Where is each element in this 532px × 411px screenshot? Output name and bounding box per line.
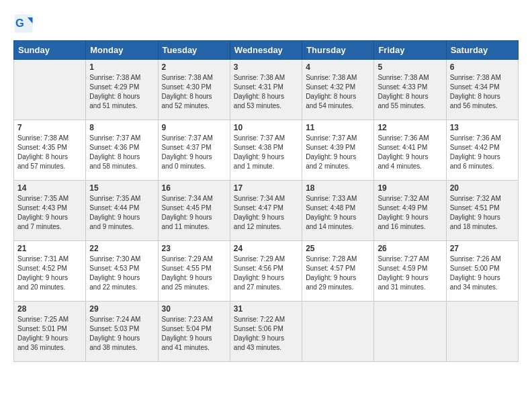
day-info: Sunrise: 7:38 AM Sunset: 4:31 PM Dayligh… [234, 73, 298, 111]
day-number: 21 [17, 244, 82, 253]
day-info: Sunrise: 7:37 AM Sunset: 4:37 PM Dayligh… [162, 134, 226, 171]
calendar-cell: 30Sunrise: 7:23 AM Sunset: 5:04 PM Dayli… [158, 302, 230, 362]
day-number: 5 [378, 62, 442, 72]
day-number: 25 [306, 244, 370, 253]
day-number: 8 [89, 123, 154, 132]
weekday-header-row: SundayMondayTuesdayWednesdayThursdayFrid… [14, 41, 519, 60]
day-info: Sunrise: 7:32 AM Sunset: 4:51 PM Dayligh… [450, 194, 515, 232]
day-number: 28 [17, 304, 82, 314]
calendar-cell: 9Sunrise: 7:37 AM Sunset: 4:37 PM Daylig… [158, 120, 230, 181]
day-number: 30 [162, 304, 226, 314]
day-info: Sunrise: 7:37 AM Sunset: 4:36 PM Dayligh… [89, 134, 154, 171]
day-info: Sunrise: 7:25 AM Sunset: 5:01 PM Dayligh… [17, 315, 82, 353]
day-number: 31 [234, 304, 298, 314]
calendar-cell: 6Sunrise: 7:38 AM Sunset: 4:34 PM Daylig… [446, 60, 518, 120]
weekday-header-friday: Friday [374, 41, 446, 60]
day-number: 12 [378, 123, 442, 132]
calendar-cell: 26Sunrise: 7:27 AM Sunset: 4:59 PM Dayli… [374, 241, 446, 302]
day-number: 22 [89, 244, 154, 253]
weekday-header-saturday: Saturday [446, 41, 518, 60]
day-info: Sunrise: 7:29 AM Sunset: 4:56 PM Dayligh… [234, 255, 298, 292]
day-info: Sunrise: 7:28 AM Sunset: 4:57 PM Dayligh… [306, 255, 370, 292]
calendar-week-row: 7Sunrise: 7:38 AM Sunset: 4:35 PM Daylig… [14, 120, 519, 181]
day-number: 23 [162, 244, 226, 253]
calendar-cell [14, 60, 86, 120]
calendar-cell [302, 302, 374, 362]
day-info: Sunrise: 7:34 AM Sunset: 4:45 PM Dayligh… [162, 194, 226, 232]
day-info: Sunrise: 7:35 AM Sunset: 4:44 PM Dayligh… [89, 194, 154, 232]
day-info: Sunrise: 7:37 AM Sunset: 4:38 PM Dayligh… [234, 134, 298, 171]
calendar-week-row: 1Sunrise: 7:38 AM Sunset: 4:29 PM Daylig… [14, 60, 519, 120]
calendar-cell: 8Sunrise: 7:37 AM Sunset: 4:36 PM Daylig… [86, 120, 158, 181]
calendar-cell: 19Sunrise: 7:32 AM Sunset: 4:49 PM Dayli… [374, 181, 446, 241]
day-info: Sunrise: 7:29 AM Sunset: 4:55 PM Dayligh… [162, 255, 226, 292]
calendar-cell [446, 302, 518, 362]
day-number: 17 [234, 183, 298, 193]
day-number: 29 [89, 304, 154, 314]
day-number: 16 [162, 183, 226, 193]
calendar-week-row: 28Sunrise: 7:25 AM Sunset: 5:01 PM Dayli… [14, 302, 519, 362]
day-number: 3 [234, 62, 298, 72]
calendar-week-row: 14Sunrise: 7:35 AM Sunset: 4:43 PM Dayli… [14, 181, 519, 241]
day-number: 14 [17, 183, 82, 193]
svg-text:G: G [15, 17, 24, 29]
day-number: 9 [162, 123, 226, 132]
day-info: Sunrise: 7:38 AM Sunset: 4:34 PM Dayligh… [450, 73, 515, 111]
calendar-cell: 16Sunrise: 7:34 AM Sunset: 4:45 PM Dayli… [158, 181, 230, 241]
day-info: Sunrise: 7:37 AM Sunset: 4:39 PM Dayligh… [306, 134, 370, 171]
calendar-week-row: 21Sunrise: 7:31 AM Sunset: 4:52 PM Dayli… [14, 241, 519, 302]
day-info: Sunrise: 7:38 AM Sunset: 4:35 PM Dayligh… [17, 134, 82, 171]
logo-icon: G [13, 13, 34, 34]
day-number: 27 [450, 244, 515, 253]
day-number: 11 [306, 123, 370, 132]
calendar-cell: 23Sunrise: 7:29 AM Sunset: 4:55 PM Dayli… [158, 241, 230, 302]
day-number: 20 [450, 183, 515, 193]
calendar-cell: 27Sunrise: 7:26 AM Sunset: 5:00 PM Dayli… [446, 241, 518, 302]
calendar-cell: 2Sunrise: 7:38 AM Sunset: 4:30 PM Daylig… [158, 60, 230, 120]
calendar-cell: 7Sunrise: 7:38 AM Sunset: 4:35 PM Daylig… [14, 120, 86, 181]
calendar-cell: 31Sunrise: 7:22 AM Sunset: 5:06 PM Dayli… [230, 302, 302, 362]
day-number: 10 [234, 123, 298, 132]
day-info: Sunrise: 7:30 AM Sunset: 4:53 PM Dayligh… [89, 255, 154, 292]
day-info: Sunrise: 7:38 AM Sunset: 4:30 PM Dayligh… [162, 73, 226, 111]
day-info: Sunrise: 7:38 AM Sunset: 4:29 PM Dayligh… [89, 73, 154, 111]
day-number: 24 [234, 244, 298, 253]
calendar-cell: 25Sunrise: 7:28 AM Sunset: 4:57 PM Dayli… [302, 241, 374, 302]
day-info: Sunrise: 7:24 AM Sunset: 5:03 PM Dayligh… [89, 315, 154, 353]
page-header: G [13, 13, 519, 34]
day-number: 1 [89, 62, 154, 72]
calendar-cell [374, 302, 446, 362]
calendar-cell: 20Sunrise: 7:32 AM Sunset: 4:51 PM Dayli… [446, 181, 518, 241]
calendar-cell: 18Sunrise: 7:33 AM Sunset: 4:48 PM Dayli… [302, 181, 374, 241]
day-info: Sunrise: 7:35 AM Sunset: 4:43 PM Dayligh… [17, 194, 82, 232]
calendar-cell: 3Sunrise: 7:38 AM Sunset: 4:31 PM Daylig… [230, 60, 302, 120]
calendar-cell: 28Sunrise: 7:25 AM Sunset: 5:01 PM Dayli… [14, 302, 86, 362]
calendar-cell: 17Sunrise: 7:34 AM Sunset: 4:47 PM Dayli… [230, 181, 302, 241]
calendar-table: SundayMondayTuesdayWednesdayThursdayFrid… [13, 40, 519, 362]
day-number: 13 [450, 123, 515, 132]
weekday-header-thursday: Thursday [302, 41, 374, 60]
calendar-cell: 13Sunrise: 7:36 AM Sunset: 4:42 PM Dayli… [446, 120, 518, 181]
calendar-cell: 15Sunrise: 7:35 AM Sunset: 4:44 PM Dayli… [86, 181, 158, 241]
calendar-cell: 21Sunrise: 7:31 AM Sunset: 4:52 PM Dayli… [14, 241, 86, 302]
day-number: 2 [162, 62, 226, 72]
weekday-header-wednesday: Wednesday [230, 41, 302, 60]
calendar-cell: 22Sunrise: 7:30 AM Sunset: 4:53 PM Dayli… [86, 241, 158, 302]
calendar-cell: 4Sunrise: 7:38 AM Sunset: 4:32 PM Daylig… [302, 60, 374, 120]
weekday-header-tuesday: Tuesday [158, 41, 230, 60]
day-info: Sunrise: 7:32 AM Sunset: 4:49 PM Dayligh… [378, 194, 442, 232]
day-info: Sunrise: 7:27 AM Sunset: 4:59 PM Dayligh… [378, 255, 442, 292]
calendar-cell: 24Sunrise: 7:29 AM Sunset: 4:56 PM Dayli… [230, 241, 302, 302]
day-info: Sunrise: 7:31 AM Sunset: 4:52 PM Dayligh… [17, 255, 82, 292]
calendar-header: SundayMondayTuesdayWednesdayThursdayFrid… [14, 41, 519, 60]
day-info: Sunrise: 7:23 AM Sunset: 5:04 PM Dayligh… [162, 315, 226, 353]
day-number: 15 [89, 183, 154, 193]
day-number: 4 [306, 62, 370, 72]
day-info: Sunrise: 7:22 AM Sunset: 5:06 PM Dayligh… [234, 315, 298, 353]
day-number: 6 [450, 62, 515, 72]
calendar-cell: 29Sunrise: 7:24 AM Sunset: 5:03 PM Dayli… [86, 302, 158, 362]
day-info: Sunrise: 7:34 AM Sunset: 4:47 PM Dayligh… [234, 194, 298, 232]
day-number: 19 [378, 183, 442, 193]
calendar-body: 1Sunrise: 7:38 AM Sunset: 4:29 PM Daylig… [14, 60, 519, 362]
weekday-header-monday: Monday [86, 41, 158, 60]
